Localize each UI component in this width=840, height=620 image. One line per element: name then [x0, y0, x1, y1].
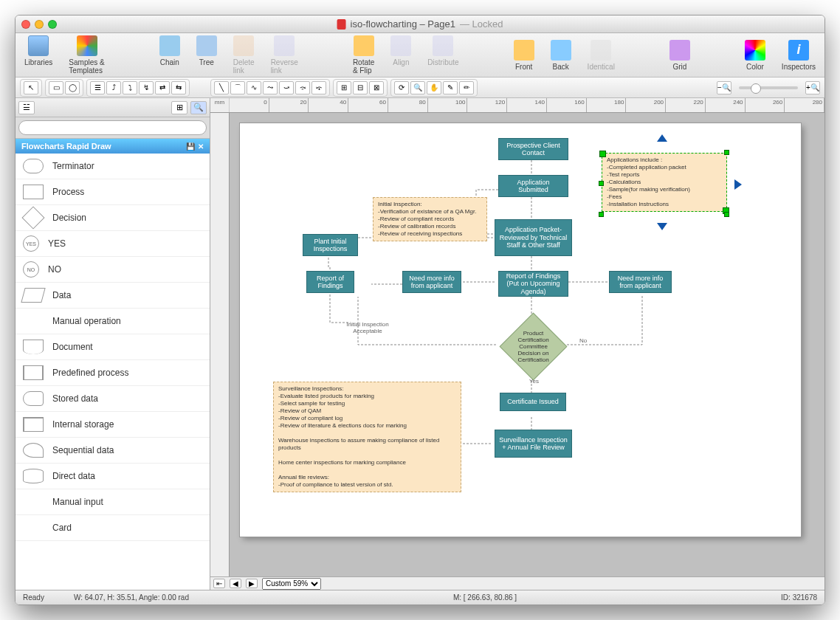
shape-library-list: Terminator Process Decision YESYES NONO … [16, 154, 210, 590]
shape-manual-operation[interactable]: Manual operation [16, 309, 210, 334]
snap-tool-1[interactable]: ⊞ [337, 81, 351, 94]
brush-tool[interactable]: ✏ [459, 81, 474, 94]
line-tool-4[interactable]: ⤳ [263, 81, 278, 94]
zoom-in-button[interactable]: +🔍 [805, 81, 820, 94]
eyedropper-tool[interactable]: ✎ [443, 81, 458, 94]
hand-tool[interactable]: ✋ [427, 81, 441, 94]
shape-document[interactable]: Document [16, 334, 210, 360]
reverse-link-button: Reverse link [271, 35, 298, 75]
ellipse-tool[interactable]: ◯ [65, 81, 80, 94]
selection-handle[interactable] [599, 212, 604, 217]
node-plant-inspections[interactable]: Plant Initial Inspections [303, 234, 358, 256]
sidebar-tab-outline[interactable]: ☱ [18, 101, 35, 114]
shape-sequential-data[interactable]: Sequential data [16, 438, 210, 464]
zoom-button[interactable] [48, 20, 57, 29]
text-tool[interactable]: ☰ [90, 81, 105, 94]
drag-arrow-right[interactable] [734, 179, 742, 190]
shape-decision[interactable]: Decision [16, 205, 210, 231]
shape-no[interactable]: NONO [16, 257, 210, 283]
page-first[interactable]: ⇤ [213, 579, 225, 588]
shape-manual-input[interactable]: Manual input [16, 489, 210, 515]
library-search-input[interactable] [18, 120, 207, 135]
color-button[interactable]: Color [745, 40, 765, 71]
node-surveillance[interactable]: Surveillance Inspection + Annual File Re… [495, 430, 572, 458]
connector-tool-4[interactable]: ⇄ [155, 81, 170, 94]
identical-button: Identical [588, 40, 615, 71]
connector-tool-3[interactable]: ↯ [139, 81, 154, 94]
shape-yes[interactable]: YESYES [16, 231, 210, 257]
tree-button[interactable]: Tree [196, 35, 217, 75]
zoom-tool[interactable]: 🔍 [410, 81, 425, 94]
zoom-slider[interactable] [739, 86, 798, 89]
selection-handle[interactable] [724, 150, 729, 155]
node-need-info-left[interactable]: Need more info from applicant [402, 271, 461, 293]
shape-data[interactable]: Data [16, 283, 210, 309]
selection-handle[interactable] [599, 181, 604, 186]
snap-tool-2[interactable]: ⊟ [353, 81, 368, 94]
node-application-packet[interactable]: Application Packet- Reviewed by Technica… [495, 219, 572, 256]
shape-predefined-process[interactable]: Predefined process [16, 360, 210, 386]
inspectors-button[interactable]: iInspectors [782, 40, 816, 71]
rect-tool[interactable]: ▭ [49, 81, 63, 94]
sidebar-tab-search[interactable]: 🔍 [190, 101, 207, 114]
note-applications-include[interactable]: Applications include : -Completed applic… [602, 153, 727, 212]
connector-tool-1[interactable]: ⤴ [106, 81, 121, 94]
line-tool-1[interactable]: ╲ [214, 81, 229, 94]
shape-stored-data[interactable]: Stored data [16, 386, 210, 412]
sidebar-tab-grid[interactable]: ⊞ [171, 101, 187, 114]
chain-button[interactable]: Chain [159, 35, 180, 75]
line-tool-2[interactable]: ⌒ [230, 81, 245, 94]
canvas[interactable]: Prospective Client Contact Application S… [230, 113, 824, 576]
close-library-icon[interactable]: ✕ [198, 142, 204, 151]
line-tool-7[interactable]: ⤽ [311, 81, 326, 94]
shape-direct-data[interactable]: Direct data [16, 464, 210, 489]
shape-terminator[interactable]: Terminator [16, 154, 210, 179]
page-prev[interactable]: ◀ [230, 579, 241, 588]
pointer-tool[interactable]: ↖ [24, 81, 38, 94]
node-report-findings-agenda[interactable]: Report of Findings (Put on Upcoming Agen… [498, 271, 568, 297]
zoom-select[interactable]: Custom 59% [262, 578, 321, 590]
node-certificate-issued[interactable]: Certificate Issued [500, 393, 566, 411]
drag-arrow-up[interactable] [657, 134, 667, 142]
node-report-findings[interactable]: Report of Findings [306, 271, 354, 293]
page-next[interactable]: ▶ [246, 579, 258, 588]
shape-process[interactable]: Process [16, 179, 210, 205]
label-yes: Yes [529, 378, 539, 385]
line-tool-3[interactable]: ∿ [247, 81, 261, 94]
shape-card[interactable]: Card [16, 515, 210, 541]
page[interactable]: Prospective Client Contact Application S… [240, 123, 801, 537]
minimize-button[interactable] [35, 20, 44, 29]
back-button[interactable]: Back [551, 40, 571, 71]
status-dimensions: W: 64.07, H: 35.51, Angle: 0.00 rad [74, 593, 189, 602]
node-application-submitted[interactable]: Application Submitted [498, 175, 568, 197]
front-button[interactable]: Front [514, 40, 534, 71]
library-header[interactable]: Flowcharts Rapid Draw 💾✕ [16, 139, 210, 154]
line-tool-5[interactable]: ⤻ [279, 81, 294, 94]
zoom-out-button[interactable]: −🔍 [717, 81, 731, 94]
save-icon[interactable]: 💾 [186, 142, 195, 151]
document-icon [337, 19, 346, 30]
status-bar: Ready W: 64.07, H: 35.51, Angle: 0.00 ra… [16, 590, 824, 604]
grid-button[interactable]: Grid [669, 40, 690, 71]
rotate-flip-button[interactable]: Rotate & Flip [353, 35, 374, 75]
note-initial-inspection[interactable]: Initial Inspection: -Verification of exi… [373, 197, 487, 241]
drag-arrow-down[interactable] [657, 223, 667, 230]
close-button[interactable] [21, 20, 30, 29]
line-tool-6[interactable]: ⤼ [295, 81, 310, 94]
canvas-area: mm 0204060801001201401601802002202402602… [210, 98, 824, 590]
snap-tool-3[interactable]: ⊠ [369, 81, 384, 94]
connector-tool-2[interactable]: ⤵ [123, 81, 137, 94]
libraries-button[interactable]: Libraries [24, 35, 52, 75]
node-prospective-client[interactable]: Prospective Client Contact [498, 138, 568, 160]
node-decision[interactable]: Product Certification Committee Decision… [500, 313, 568, 381]
label-no: No [579, 337, 587, 344]
ruler-horizontal: mm 0204060801001201401601802002202402602… [210, 98, 824, 113]
samples-templates-button[interactable]: Samples & Templates [69, 35, 104, 75]
shape-internal-storage[interactable]: Internal storage [16, 412, 210, 438]
selection-handle[interactable] [724, 212, 729, 217]
note-surveillance[interactable]: Surveillance Inspections: -Evaluate list… [273, 382, 461, 492]
secondary-toolbar: ↖ ▭ ◯ ☰ ⤴ ⤵ ↯ ⇄ ⇆ ╲ ⌒ ∿ ⤳ ⤻ ⤼ ⤽ ⊞ ⊟ ⊠ [16, 78, 824, 98]
refresh-tool[interactable]: ⟳ [394, 81, 409, 94]
connector-tool-5[interactable]: ⇆ [171, 81, 186, 94]
node-need-info-right[interactable]: Need more info from applicant [609, 271, 672, 293]
